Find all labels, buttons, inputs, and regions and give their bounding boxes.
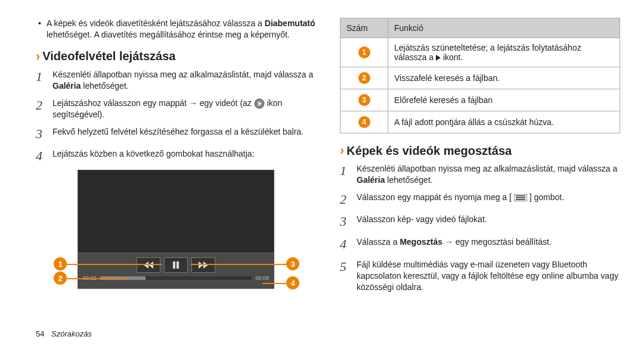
text-bold: Galéria xyxy=(357,175,385,185)
bullet-slideshow: A képek és videók diavetítésként lejátsz… xyxy=(36,18,316,40)
play-circle-icon xyxy=(254,98,265,109)
text: A fájl adott pontjára állás a csúszkát h… xyxy=(388,111,620,133)
svg-marker-3 xyxy=(148,261,153,269)
svg-marker-7 xyxy=(203,261,208,269)
text: Lejátszás közben a következő gombokat ha… xyxy=(52,147,316,165)
list-item: 4 Válassza a Megosztás → egy megosztási … xyxy=(340,235,620,253)
section-heading-video: › Videofelvétel lejátszása xyxy=(36,49,316,64)
text: Készenléti állapotban nyissa meg az alka… xyxy=(357,164,617,173)
badge-2: 2 xyxy=(358,72,370,84)
chevron-icon: › xyxy=(36,49,40,64)
list-item: 2 Válasszon egy mappát és nyomja meg a [… xyxy=(340,191,620,208)
step-number: 3 xyxy=(340,213,357,230)
step-number: 2 xyxy=(340,191,357,208)
player-controls: 00:02 00:08 xyxy=(78,253,274,289)
right-column: Szám Funkció 1 Lejátszás szüneteltetése;… xyxy=(340,18,620,298)
list-item: 1 Készenléti állapotban nyissa meg az al… xyxy=(36,68,316,92)
text: ] gombot. xyxy=(530,192,564,202)
callout-lead xyxy=(262,283,286,284)
text-bold: Galéria xyxy=(52,81,80,91)
svg-marker-2 xyxy=(144,261,148,269)
text: A képek és videók diavetítésként lejátsz… xyxy=(47,18,265,28)
text: Készenléti állapotban nyissa meg az alka… xyxy=(52,70,313,79)
text: ikont. xyxy=(441,52,463,62)
text: Visszafelé keresés a fájlban. xyxy=(388,67,620,89)
table-row: 4 A fájl adott pontjára állás a csúszkát… xyxy=(340,111,620,133)
step-number: 1 xyxy=(340,162,357,186)
section-title: Videofelvétel lejátszása xyxy=(42,49,175,63)
text: lehetőséget. A diavetítés megállításához… xyxy=(47,30,290,39)
text: Fájl küldése multimédiás vagy e-mail üze… xyxy=(357,258,620,293)
badge-4: 4 xyxy=(358,116,370,128)
text: Előrefelé keresés a fájlban xyxy=(388,89,620,111)
step-number: 2 xyxy=(36,96,52,120)
svg-marker-6 xyxy=(199,261,203,269)
left-column: A képek és videók diavetítésként lejátsz… xyxy=(36,18,316,298)
page-footer: 54 Szórakozás xyxy=(36,329,92,338)
list-item: 3 Válasszon kép- vagy videó fájlokat. xyxy=(340,213,620,230)
step-number: 1 xyxy=(36,68,52,92)
text: Lejátszáshoz válasszon egy mappát → egy … xyxy=(52,98,254,108)
page-content: A képek és videók diavetítésként lejátsz… xyxy=(0,0,644,304)
callout-1: 1 xyxy=(54,257,67,270)
callout-lead xyxy=(67,264,162,265)
text: lehetőséget. xyxy=(385,175,432,185)
text-bold: Diabemutató xyxy=(265,18,315,28)
callout-3: 3 xyxy=(286,257,299,270)
callout-lead xyxy=(67,278,126,279)
list-item: 5 Fájl küldése multimédiás vagy e-mail ü… xyxy=(340,258,620,293)
callout-4: 4 xyxy=(286,276,299,289)
video-steps: 1 Készenléti állapotban nyissa meg az al… xyxy=(36,68,316,165)
pause-button[interactable] xyxy=(164,257,188,273)
callout-lead xyxy=(191,264,286,265)
forward-button[interactable] xyxy=(191,257,215,273)
text: Válassza a xyxy=(357,237,400,247)
function-table: Szám Funkció 1 Lejátszás szüneteltetése;… xyxy=(340,18,620,133)
badge-3: 3 xyxy=(358,94,370,106)
list-item: 4 Lejátszás közben a következő gombokat … xyxy=(36,147,316,165)
step-number: 3 xyxy=(36,125,52,143)
svg-rect-5 xyxy=(177,261,179,269)
table-header-num: Szám xyxy=(340,18,388,38)
step-number: 5 xyxy=(340,258,357,293)
svg-rect-4 xyxy=(173,261,175,269)
player-screen xyxy=(78,170,274,253)
callout-2: 2 xyxy=(54,272,67,285)
footer-label: Szórakozás xyxy=(51,329,92,338)
rewind-button[interactable] xyxy=(137,257,160,273)
chevron-icon: › xyxy=(340,143,344,158)
play-triangle-icon xyxy=(436,55,441,61)
text: Válasszon egy mappát és nyomja meg a [ xyxy=(357,192,512,202)
badge-1: 1 xyxy=(358,46,370,58)
page-number: 54 xyxy=(36,329,44,338)
table-row: 1 Lejátszás szüneteltetése; a lejátszás … xyxy=(340,38,620,67)
table-header-func: Funkció xyxy=(388,18,620,38)
text: Fekvő helyzetű felvétel készítéséhez for… xyxy=(52,125,316,143)
section-title: Képek és videók megosztása xyxy=(346,144,512,158)
text-bold: Megosztás xyxy=(400,237,442,247)
table-row: 2 Visszafelé keresés a fájlban. xyxy=(340,67,620,89)
text: lehetőséget. xyxy=(80,81,128,91)
menu-icon xyxy=(514,194,527,201)
video-player-figure: 00:02 00:08 1 2 3 4 xyxy=(54,170,274,289)
time-total: 00:08 xyxy=(255,275,269,281)
text: Lejátszás szüneteltetése; a lejátszás fo… xyxy=(394,43,581,62)
step-number: 4 xyxy=(36,147,52,165)
text: Válasszon kép- vagy videó fájlokat. xyxy=(357,213,620,230)
share-steps: 1 Készenléti állapotban nyissa meg az al… xyxy=(340,162,620,293)
section-heading-share: › Képek és videók megosztása xyxy=(340,143,620,158)
text: → egy megosztási beállítást. xyxy=(442,237,552,247)
table-row: 3 Előrefelé keresés a fájlban xyxy=(340,89,620,111)
step-number: 4 xyxy=(340,235,357,253)
list-item: 1 Készenléti állapotban nyissa meg az al… xyxy=(340,162,620,186)
list-item: 2 Lejátszáshoz válasszon egy mappát → eg… xyxy=(36,96,316,120)
list-item: 3 Fekvő helyzetű felvétel készítéséhez f… xyxy=(36,125,316,143)
